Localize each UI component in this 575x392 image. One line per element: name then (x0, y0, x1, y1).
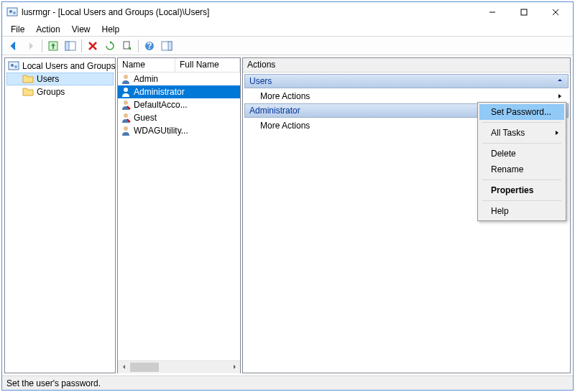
actions-section-users[interactable]: Users (244, 74, 569, 88)
ctx-label: Properties (491, 185, 533, 195)
menu-separator (482, 200, 561, 201)
menu-file[interactable]: File (5, 23, 30, 36)
tree-groups-label: Groups (37, 87, 65, 97)
user-icon (120, 99, 132, 111)
forward-button[interactable] (23, 38, 39, 54)
submenu-arrow-icon (557, 91, 563, 101)
action-more-users[interactable]: More Actions (244, 89, 569, 103)
svg-rect-9 (65, 42, 69, 50)
tree-item-users[interactable]: Users (6, 73, 114, 85)
list-row-label: Admin (134, 74, 158, 84)
svg-rect-4 (521, 9, 527, 15)
svg-point-1 (9, 10, 12, 13)
tree-root-label: Local Users and Groups (Local) (22, 61, 116, 71)
list-row-wdag[interactable]: WDAGUtility... (118, 124, 240, 137)
maximize-button[interactable] (508, 2, 540, 22)
menubar: File Action View Help (2, 22, 573, 37)
list-row-label: Guest (134, 113, 157, 123)
ctx-label: Set Password... (491, 107, 551, 117)
folder-icon (22, 73, 34, 85)
context-menu: Set Password... All Tasks Delete Rename … (477, 102, 566, 221)
user-icon (120, 112, 132, 123)
list-body: Admin Administrator DefaultAcco... Guest… (118, 73, 240, 360)
show-hide-action-pane-button[interactable] (159, 38, 175, 54)
user-icon (120, 86, 132, 98)
scroll-left-button[interactable] (118, 361, 130, 373)
tree-root[interactable]: Local Users and Groups (Local) (6, 60, 114, 73)
tree-users-label: Users (37, 74, 59, 84)
list-row-label: WDAGUtility... (134, 126, 188, 136)
col-name[interactable]: Name (118, 58, 175, 72)
svg-point-23 (124, 113, 128, 118)
ctx-rename[interactable]: Rename (479, 162, 564, 177)
status-text: Set the user's password. (6, 378, 101, 388)
submenu-arrow-icon (554, 128, 560, 138)
titlebar: lusrmgr - [Local Users and Groups (Local… (2, 2, 573, 22)
scroll-right-button[interactable] (228, 361, 240, 373)
tree-item-groups[interactable]: Groups (6, 85, 114, 98)
back-button[interactable] (6, 38, 22, 54)
ctx-help[interactable]: Help (479, 203, 564, 219)
svg-point-2 (13, 11, 16, 14)
statusbar: Set the user's password. (2, 375, 573, 390)
col-fullname[interactable]: Full Name (175, 58, 240, 72)
list-row-guest[interactable]: Guest (118, 111, 240, 124)
svg-rect-17 (9, 62, 19, 70)
ctx-label: Rename (491, 164, 523, 174)
list-header: Name Full Name (118, 58, 240, 73)
scroll-track[interactable] (130, 361, 228, 373)
ctx-label: All Tasks (491, 128, 525, 138)
svg-text:?: ? (147, 41, 152, 51)
scroll-thumb[interactable] (130, 363, 159, 372)
menu-separator (482, 179, 561, 180)
refresh-button[interactable] (102, 38, 118, 54)
toolbar: ? (2, 37, 573, 55)
actions-header: Actions (243, 58, 570, 73)
section-label: Users (249, 76, 556, 86)
window-title: lusrmgr - [Local Users and Groups (Local… (22, 7, 477, 17)
delete-button[interactable] (85, 38, 101, 54)
ctx-all-tasks[interactable]: All Tasks (479, 125, 564, 141)
minimize-button[interactable] (477, 2, 508, 22)
app-icon (6, 6, 18, 18)
menu-view[interactable]: View (66, 23, 96, 36)
svg-point-22 (124, 101, 128, 105)
svg-rect-16 (168, 42, 172, 50)
action-label: More Actions (260, 91, 310, 101)
ctx-set-password[interactable]: Set Password... (479, 104, 564, 120)
users-groups-icon (8, 60, 19, 72)
window-controls (477, 2, 571, 22)
up-button[interactable] (45, 38, 61, 54)
list-panel: Name Full Name Admin Administrator Defau… (117, 57, 241, 373)
svg-point-24 (124, 126, 128, 131)
svg-point-19 (14, 65, 17, 68)
list-row-label: Administrator (134, 87, 185, 97)
folder-icon (22, 86, 34, 98)
ctx-properties[interactable]: Properties (479, 182, 564, 198)
list-row-administrator[interactable]: Administrator (118, 85, 240, 98)
svg-point-18 (11, 64, 14, 67)
ctx-label: Delete (491, 149, 516, 159)
tree-panel: Local Users and Groups (Local) Users Gro… (4, 57, 116, 373)
export-button[interactable] (119, 38, 135, 54)
svg-point-20 (124, 75, 128, 79)
show-hide-tree-button[interactable] (63, 38, 78, 54)
ctx-label: Help (491, 206, 509, 216)
toolbar-separator (81, 39, 82, 52)
menu-action[interactable]: Action (30, 23, 65, 36)
list-row-label: DefaultAcco... (134, 100, 188, 110)
toolbar-separator (138, 39, 139, 52)
toolbar-separator (42, 39, 42, 52)
user-icon (120, 125, 132, 136)
collapse-icon (556, 76, 564, 86)
menu-separator (482, 143, 561, 144)
menu-separator (482, 122, 561, 123)
menu-help[interactable]: Help (96, 23, 126, 36)
help-button[interactable]: ? (142, 38, 157, 54)
svg-point-21 (124, 88, 128, 92)
list-row-default[interactable]: DefaultAcco... (118, 98, 240, 111)
list-row-admin[interactable]: Admin (118, 73, 240, 85)
horizontal-scrollbar[interactable] (118, 360, 240, 373)
close-button[interactable] (540, 2, 571, 22)
ctx-delete[interactable]: Delete (479, 146, 564, 162)
